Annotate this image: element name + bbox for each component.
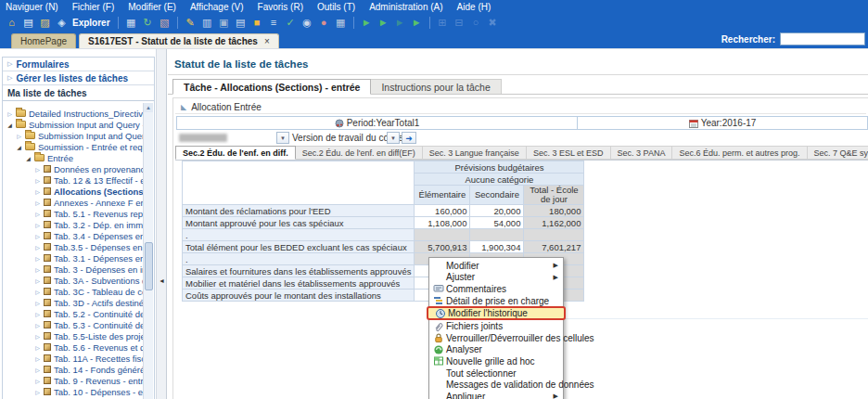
grid-cell[interactable]: 1,900,304 <box>470 241 524 253</box>
menu-item-detail-prise-en-charge[interactable]: Détail de prise en charge <box>429 295 563 307</box>
menu-fichier[interactable]: Fichier (F) <box>72 2 115 12</box>
copy-icon[interactable]: ▥ <box>200 16 214 30</box>
sheet-tab[interactable]: Sec. 7 Q&E sys. de qualification <box>808 146 868 160</box>
menu-item-commentaires[interactable]: Commentaires <box>429 283 563 295</box>
tree-scrollbar[interactable]: ▲ <box>143 103 153 399</box>
sidebar-section-gerer-listes[interactable]: ▷ Gérer les listes de tâches <box>3 71 154 85</box>
tree-item[interactable]: ▷Tab. 9 - Revenus - entrée <box>3 375 143 386</box>
tree-item[interactable]: ▷Données en provenance des écoles <box>3 163 143 174</box>
tree-item[interactable]: ▷Tab. 12 & 13 Effectif - entrée <box>3 174 143 186</box>
paste-icon[interactable]: ▣ <box>217 16 231 30</box>
info-icon[interactable]: ◉ <box>300 16 314 30</box>
entity-selector-redacted[interactable] <box>179 134 227 142</box>
grid-cell[interactable]: 5,700,913 <box>415 241 470 253</box>
menu-item-modifier-historique[interactable]: Modifier l'historique <box>427 306 566 320</box>
grid-cell[interactable]: 54,000 <box>470 217 524 229</box>
tree-item[interactable]: ▷Submission Input and Query <box>3 130 143 141</box>
sheet-tab[interactable]: Sec.2 Édu. de l'enf. en diff(EF) <box>296 146 423 160</box>
reject-icon[interactable]: ► <box>393 16 407 30</box>
tree-item[interactable]: ▷Tab. 5.3 - Continuité des apports e <box>3 319 143 330</box>
edit-icon[interactable]: ✎ <box>184 16 198 30</box>
grid-icon[interactable]: ▦ <box>334 16 348 30</box>
tree-item[interactable]: ▷Tab. 5.6 - Revenus et déficits des t <box>3 341 143 353</box>
entity-dropdown-icon[interactable]: ▼ <box>276 132 289 144</box>
tree-item[interactable]: ▷Tab. 10 - Dépenses - entrée <box>3 386 143 397</box>
menu-item-messages-validation[interactable]: Messages de validation de données <box>429 379 563 391</box>
task-list-icon[interactable]: ≡ <box>267 16 281 30</box>
grid-cell[interactable]: 1,162,000 <box>524 217 584 229</box>
grid-cell[interactable] <box>415 229 470 241</box>
tab-tasklist-status[interactable]: S1617EST - Statut de la liste de tâches … <box>79 33 279 48</box>
find-icon[interactable]: ● <box>317 16 331 30</box>
grid-cell[interactable] <box>524 229 584 241</box>
menu-item-analyser[interactable]: Analyser <box>429 344 563 356</box>
close-tab-icon[interactable]: × <box>264 36 270 46</box>
tree-item[interactable]: ▷Tab. 3 - Dépenses en immobilisatio <box>3 264 143 275</box>
menu-item-fichiers-joints[interactable]: Fichiers joints <box>429 320 563 332</box>
tree-item[interactable]: ▷Tab. 3.2 - Dép. en immob - Subv. p <box>3 219 143 230</box>
grid-cell[interactable] <box>470 229 524 241</box>
tree-item[interactable]: ▷Tab. 3.1 - Dépenses en immobilisat <box>3 252 143 264</box>
go-button[interactable]: ➜ <box>402 132 416 144</box>
tab-homepage[interactable]: HomePage <box>11 33 76 48</box>
tree-item[interactable]: ◢Entrée <box>3 152 143 163</box>
grid-cell[interactable]: 160,000 <box>415 205 470 217</box>
export-icon[interactable]: ▧ <box>158 16 172 30</box>
sheet-tab[interactable]: Sec.6 Édu. perm. et autres prog. <box>672 146 807 160</box>
version-dropdown-icon[interactable]: ▼ <box>387 132 400 144</box>
sheet-tab[interactable]: Sec. 3 ESL et ESD <box>527 146 611 160</box>
tree-item[interactable]: ▷Tab. 11A - Recettes fiscales - entré <box>3 353 143 364</box>
form-section-header[interactable]: ◣ Allocation Entrée <box>175 100 866 114</box>
menu-item-tout-selectionner[interactable]: Tout sélectionner <box>429 367 563 380</box>
menu-administration[interactable]: Administration (A) <box>369 2 442 12</box>
tree-item[interactable]: ▷Detailed Instructions_Directives détail… <box>3 108 143 119</box>
tree-item[interactable]: ▷Tab. 3A - Subventions d'immobilisa <box>3 275 143 286</box>
promote-icon[interactable]: ► <box>360 16 374 30</box>
tree-item[interactable]: ▷Tab.3.5 - Dépenses en immobilisati <box>3 241 143 252</box>
grid-cell[interactable]: 7,601,217 <box>524 241 584 253</box>
report-icon[interactable]: ▤ <box>234 16 248 30</box>
pov-period[interactable]: Period:YearTotal1 <box>176 116 578 130</box>
collapse-icon[interactable]: ⊟ <box>453 16 466 30</box>
collapse-triangle-icon[interactable]: ◣ <box>181 103 186 111</box>
tree-item[interactable]: ▷Tab. 3.4 - Dépenses en immobilisat <box>3 230 143 241</box>
search-input[interactable] <box>780 32 865 45</box>
tree-item[interactable]: ▷Tab. 5.1 - Revenus reportés - Entrée <box>3 208 143 219</box>
grid-cell[interactable]: 180,000 <box>524 205 584 217</box>
scroll-up-icon[interactable]: ▲ <box>144 103 153 112</box>
menu-item-modifier[interactable]: Modifier ▶ <box>429 260 563 272</box>
tree-item[interactable]: ▷Tab. 5.2 - Continuité des comptes e <box>3 308 143 319</box>
grid-cell[interactable]: 20,000 <box>470 205 524 217</box>
tab-task-allocations[interactable]: Tâche - Allocations (Sections) - entrée <box>172 79 371 95</box>
menu-affichage[interactable]: Affichage (V) <box>190 2 244 12</box>
menu-outils[interactable]: Outils (T) <box>317 2 355 12</box>
home-icon[interactable]: ⌂ <box>5 16 19 30</box>
refresh-icon[interactable]: ↻ <box>141 16 155 30</box>
close-icon[interactable]: ✖ <box>486 16 500 30</box>
menu-naviguer[interactable]: Naviguer (N) <box>6 2 58 12</box>
sheet-tab[interactable]: Sec. 3 Langue française <box>423 146 527 160</box>
grid-cell[interactable]: 1,108,000 <box>415 217 470 229</box>
explorer-icon[interactable]: ◈ <box>55 16 69 30</box>
tree-item[interactable]: ◢Soumission - Entrée et requête <box>3 141 143 152</box>
zoom-out-icon[interactable]: ○ <box>469 16 483 30</box>
tree-item[interactable]: ▷Tab. 3C - Tableau de continuité po <box>3 286 143 297</box>
tree-item[interactable]: ▷Tab. 3D - Actifs destinés à la vente <box>3 297 143 308</box>
scrollbar-thumb[interactable] <box>145 242 153 290</box>
pov-year[interactable]: Year:2016-17 <box>578 116 868 130</box>
sidebar-section-formulaires[interactable]: ▷ Formulaires <box>3 58 154 71</box>
menu-favoris[interactable]: Favoris (R) <box>258 2 303 12</box>
tree-item[interactable]: ◢Submission Input and Query - Non-FS_Sou… <box>3 119 143 130</box>
menu-item-appliquer[interactable]: Appliquer ▶ <box>429 391 563 399</box>
menu-item-verrouiller[interactable]: Verrouiller/Déverrouiller des cellules <box>429 332 563 344</box>
save-icon[interactable]: ▦ <box>124 16 138 30</box>
new-document-icon[interactable]: ▤ <box>21 16 35 30</box>
menu-item-nouvelle-grille-adhoc[interactable]: Nouvelle grille ad hoc <box>429 355 563 367</box>
menu-aide[interactable]: Aide (H) <box>457 2 491 12</box>
tree-item[interactable]: ▷Tab. 5.5-Liste des projets d'immob <box>3 330 143 341</box>
panel-splitter[interactable]: ◄ <box>156 49 167 399</box>
expand-icon[interactable]: ⊞ <box>436 16 450 30</box>
sheet-tab[interactable]: Sec.2 Édu. de l'enf. en diff. <box>175 146 296 160</box>
validate-icon[interactable]: ✓ <box>284 16 298 30</box>
menu-item-ajuster[interactable]: Ajuster ▶ <box>429 272 563 284</box>
